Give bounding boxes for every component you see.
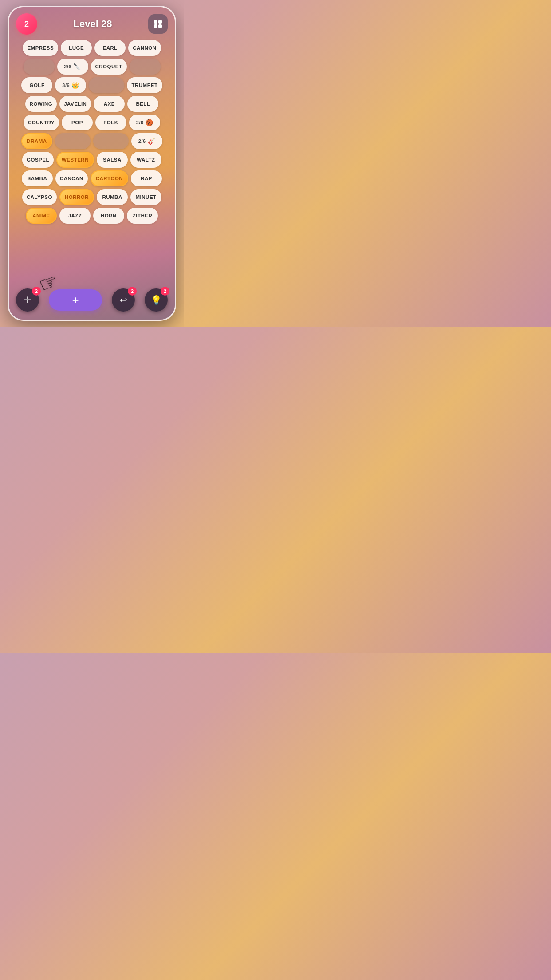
word-row: GOLF 3/6👑 TRUMPET xyxy=(14,77,169,93)
word-pill[interactable]: WALTZ xyxy=(130,152,161,168)
word-row: ROWING JAVELIN AXE BELL xyxy=(14,96,169,112)
undo-badge: 2 xyxy=(128,287,137,296)
hint-button[interactable]: 💡 2 xyxy=(145,288,168,312)
word-pill-western[interactable]: WESTERN xyxy=(56,152,94,168)
word-pill[interactable]: MINUET xyxy=(130,189,161,205)
word-pill[interactable]: CANCAN xyxy=(55,170,88,186)
word-counter-knife[interactable]: 2/6🔪 xyxy=(57,59,88,75)
word-pill[interactable]: JAZZ xyxy=(59,208,91,224)
hint-badge: 2 xyxy=(161,287,169,296)
word-pill[interactable]: GOSPEL xyxy=(22,152,54,168)
word-pill[interactable]: COUNTRY xyxy=(24,115,59,130)
word-pill-dimmed xyxy=(130,59,161,75)
heart-badge: 2 xyxy=(16,13,37,35)
word-pill-dimmed xyxy=(89,77,124,93)
undo-icon: ↩ xyxy=(120,295,127,305)
level-title: Level 28 xyxy=(74,18,112,30)
word-row: EMPRESS LUGE EARL CANNON xyxy=(14,40,169,56)
word-pill[interactable]: POP xyxy=(62,115,93,130)
svg-rect-2 xyxy=(154,24,157,28)
word-counter-crown[interactable]: 3/6👑 xyxy=(55,77,86,93)
word-pill[interactable]: CALYPSO xyxy=(22,189,57,205)
word-pill-horror[interactable]: HORROR xyxy=(59,189,94,205)
word-pill[interactable]: SAMBA xyxy=(22,170,53,186)
word-row: 2/6🔪 CROQUET xyxy=(14,59,169,75)
word-pill[interactable]: JAVELIN xyxy=(59,96,91,112)
undo-button[interactable]: ↩ 2 xyxy=(112,288,135,312)
move-button[interactable]: ✛ 2 xyxy=(16,288,39,312)
word-counter-basketball[interactable]: 2/6🏀 xyxy=(129,115,160,130)
move-badge: 2 xyxy=(32,287,41,296)
toolbar: ✛ 2 + ↩ 2 💡 2 xyxy=(12,286,171,315)
word-pill[interactable]: HORN xyxy=(93,208,124,224)
svg-rect-0 xyxy=(154,20,157,24)
word-pill-drama[interactable]: DRAMA xyxy=(21,133,52,149)
svg-rect-1 xyxy=(158,20,162,24)
word-pill[interactable]: SALSA xyxy=(97,152,128,168)
word-grid: EMPRESS LUGE EARL CANNON 2/6🔪 CROQUET GO… xyxy=(12,38,171,286)
word-pill[interactable]: TRUMPET xyxy=(127,77,162,93)
word-pill[interactable]: RAP xyxy=(131,170,162,186)
content-area: 2 Level 28 EMPRESS LUGE EARL CANNON xyxy=(9,7,175,320)
word-counter-guitar[interactable]: 2/6🎸 xyxy=(131,133,162,149)
header: 2 Level 28 xyxy=(12,12,171,38)
word-pill[interactable]: LUGE xyxy=(61,40,92,56)
svg-rect-3 xyxy=(158,24,162,28)
word-pill[interactable]: GOLF xyxy=(21,77,52,93)
word-pill-anime[interactable]: ANIME xyxy=(26,208,57,224)
word-pill[interactable]: ROWING xyxy=(25,96,57,112)
word-row: ANIME JAZZ HORN ZITHER xyxy=(14,208,169,224)
word-pill[interactable]: RUMBA xyxy=(97,189,128,205)
grid-button[interactable] xyxy=(148,14,168,34)
word-pill[interactable]: FOLK xyxy=(95,115,126,130)
word-row: GOSPEL WESTERN SALSA WALTZ xyxy=(14,152,169,168)
word-pill-dimmed xyxy=(93,133,129,149)
word-pill-dimmed xyxy=(24,59,55,75)
phone-frame: 2 Level 28 EMPRESS LUGE EARL CANNON xyxy=(8,6,176,321)
hint-icon: 💡 xyxy=(151,295,162,305)
word-row: DRAMA 2/6🎸 xyxy=(14,133,169,149)
add-icon: + xyxy=(72,293,79,307)
move-icon: ✛ xyxy=(24,295,31,305)
word-pill[interactable]: AXE xyxy=(94,96,125,112)
word-pill[interactable]: CANNON xyxy=(128,40,161,56)
word-pill[interactable]: EMPRESS xyxy=(23,40,58,56)
word-row: CALYPSO HORROR RUMBA MINUET xyxy=(14,189,169,205)
word-pill[interactable]: BELL xyxy=(127,96,158,112)
add-button[interactable]: + xyxy=(49,289,102,311)
word-pill[interactable]: ZITHER xyxy=(127,208,158,224)
word-pill[interactable]: CROQUET xyxy=(91,59,127,75)
word-row: COUNTRY POP FOLK 2/6🏀 xyxy=(14,115,169,130)
word-pill-dimmed xyxy=(55,133,91,149)
word-pill-cartoon[interactable]: CARTOON xyxy=(91,170,128,186)
word-pill[interactable]: EARL xyxy=(94,40,126,56)
word-row: SAMBA CANCAN CARTOON RAP xyxy=(14,170,169,186)
